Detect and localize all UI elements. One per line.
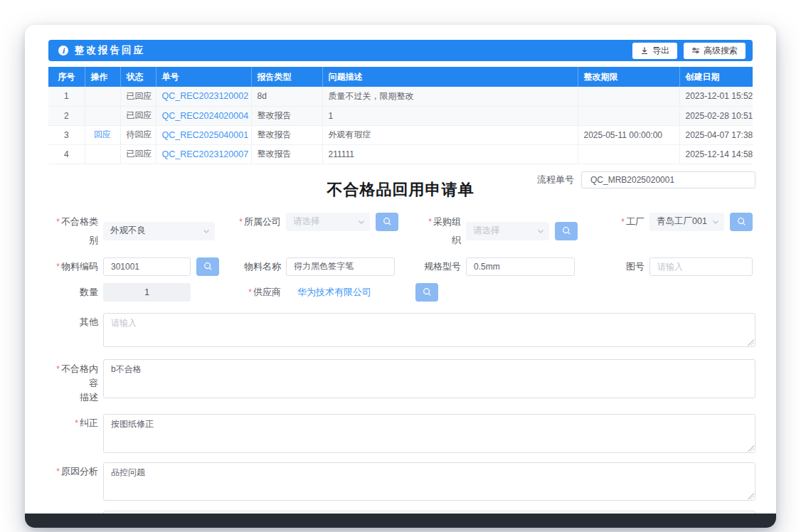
category-select[interactable]: 外观不良 (103, 222, 215, 240)
cell-status: 待回应 (120, 125, 156, 144)
supplier-link[interactable]: 华为技术有限公司 (286, 286, 415, 299)
required-mark: * (428, 217, 432, 227)
app-window: i 整改报告回应 导出 高级搜索 序号 操作 状态 (25, 25, 776, 528)
chevron-down-icon (358, 219, 365, 225)
required-mark: * (56, 262, 60, 272)
col-header-problem: 问题描述 (322, 67, 578, 87)
cell-action (85, 106, 120, 125)
cell-created: 2025-12-14 14:58:16 (679, 144, 753, 164)
order-no-link[interactable]: QC_REC2023120002 (162, 91, 249, 101)
material-code-label: *物料编码 (48, 257, 103, 276)
category-value: 外观不良 (110, 225, 146, 237)
factory-select[interactable]: 青岛工厂001 (649, 213, 724, 231)
respond-link[interactable]: 回应 (94, 129, 111, 139)
col-header-action: 操作 (85, 67, 120, 87)
material-code-search-button[interactable] (196, 257, 219, 276)
cell-action (85, 87, 120, 106)
purchase-org-label: *采购组织 (420, 213, 466, 250)
export-button-label: 导出 (652, 45, 669, 57)
supplier-search-button[interactable] (415, 283, 438, 302)
cause-analysis-textarea[interactable]: 品控问题 (103, 462, 755, 501)
company-label: *所属公司 (235, 213, 286, 231)
material-code-input[interactable] (103, 257, 191, 276)
purchase-org-select[interactable]: 请选择 (466, 222, 549, 240)
search-icon (203, 262, 213, 271)
purchase-org-search-button[interactable] (555, 222, 578, 240)
category-label: *不合格类别 (48, 213, 103, 250)
drawing-no-input[interactable] (649, 257, 753, 276)
cell-deadline (578, 144, 679, 164)
factory-search-button[interactable] (730, 213, 753, 231)
cell-seq: 2 (48, 106, 85, 125)
required-mark: * (75, 418, 78, 428)
search-icon (562, 226, 571, 235)
search-icon (383, 217, 392, 226)
cell-created: 2025-04-07 17:38:53 (679, 125, 753, 144)
other-label: 其他 (48, 313, 103, 331)
purchase-org-placeholder: 请选择 (473, 225, 500, 237)
cell-created: 2025-02-28 10:51:13 (679, 106, 753, 125)
col-header-order-no: 单号 (156, 67, 251, 87)
cell-report-type: 整改报告 (251, 106, 322, 125)
cell-created: 2023-12-01 15:52:54 (679, 87, 753, 106)
cell-deadline (578, 106, 679, 125)
cell-problem: 1 (322, 106, 578, 125)
chevron-down-icon (537, 228, 544, 234)
resize-handle-icon[interactable] (748, 493, 754, 499)
resize-handle-icon[interactable] (748, 339, 754, 346)
spec-input[interactable] (466, 257, 575, 276)
required-mark: * (56, 217, 60, 227)
col-header-created: 创建日期 (679, 67, 753, 87)
company-select[interactable]: 请选择 (286, 213, 370, 231)
chevron-down-icon (203, 228, 210, 234)
col-header-status: 状态 (120, 67, 156, 87)
search-icon (737, 217, 746, 226)
required-mark: * (239, 217, 243, 227)
required-mark: * (248, 287, 252, 297)
company-search-button[interactable] (376, 213, 398, 231)
table-row: 1 已回应 QC_REC2023120002 8d 质量不过关，限期整改 202… (48, 87, 753, 106)
export-icon (640, 46, 649, 55)
cell-seq: 1 (48, 87, 85, 106)
cell-deadline: 2025-05-11 00:00:00 (578, 125, 679, 144)
col-header-seq: 序号 (48, 67, 85, 87)
order-no-link[interactable]: QC_REC2024020004 (162, 111, 249, 121)
factory-value: 青岛工厂001 (657, 216, 707, 228)
advanced-search-button-label: 高级搜索 (704, 45, 738, 57)
required-mark: * (621, 217, 625, 227)
advanced-search-button[interactable]: 高级搜索 (684, 43, 746, 59)
cell-report-type: 整改报告 (251, 144, 322, 164)
cell-problem: 211111 (322, 144, 578, 164)
col-header-deadline: 整改期限 (578, 67, 679, 87)
cell-status: 已回应 (120, 87, 156, 106)
correction-textarea[interactable]: 按图纸修正 (103, 414, 755, 453)
cell-seq: 3 (48, 125, 85, 144)
table-row: 4 已回应 QC_REC2023120007 整改报告 211111 2025-… (48, 144, 753, 164)
chevron-down-icon (712, 219, 719, 225)
cell-action (85, 144, 120, 164)
cell-seq: 4 (48, 144, 85, 164)
process-no-label: 流程单号 (537, 174, 574, 186)
order-no-link[interactable]: QC_REC2023120007 (162, 149, 249, 159)
drawing-no-label: 图号 (601, 257, 649, 276)
order-no-link[interactable]: QC_REC2025040001 (162, 130, 249, 140)
export-button[interactable]: 导出 (632, 43, 677, 59)
other-textarea[interactable] (103, 313, 755, 347)
panel-title: 整改报告回应 (75, 44, 145, 57)
table-row: 3 回应 待回应 QC_REC2025040001 整改报告 外观有瑕症 202… (48, 125, 753, 144)
correction-label: *纠正 (48, 414, 103, 432)
col-header-report-type: 报告类型 (251, 67, 322, 87)
resize-handle-icon[interactable] (748, 445, 754, 452)
panel-header: i 整改报告回应 导出 高级搜索 (48, 40, 753, 61)
info-icon: i (58, 46, 68, 55)
cell-deadline (578, 87, 679, 106)
material-name-input[interactable] (286, 257, 395, 276)
reports-table: 序号 操作 状态 单号 报告类型 问题描述 整改期限 创建日期 1 已回应 QC… (48, 67, 753, 164)
required-mark: * (56, 467, 60, 477)
defect-desc-textarea[interactable]: b不合格 (103, 359, 755, 398)
process-no-input[interactable] (581, 171, 755, 188)
table-header-row: 序号 操作 状态 单号 报告类型 问题描述 整改期限 创建日期 (48, 67, 753, 87)
dark-footer-strip (25, 514, 776, 528)
material-name-label: 物料名称 (235, 257, 286, 276)
factory-label: *工厂 (601, 213, 649, 231)
